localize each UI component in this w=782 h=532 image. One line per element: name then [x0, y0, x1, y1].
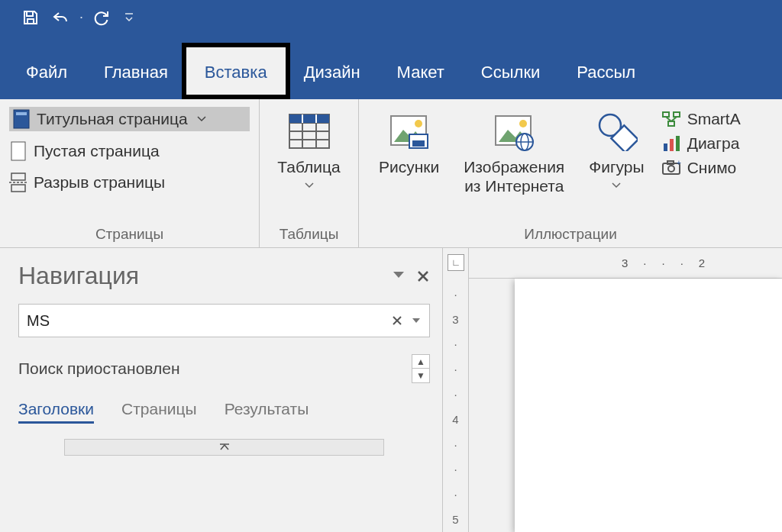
pictures-button[interactable]: Рисунки [368, 107, 450, 218]
smartart-icon [661, 110, 681, 128]
table-label: Таблица [277, 157, 340, 176]
svg-rect-37 [676, 136, 680, 151]
h-tick: · [643, 256, 646, 269]
document-area: ∟ · 3 · · · 4 · · · 5 3 · · · 2 [443, 248, 782, 532]
navtab-headings[interactable]: Заголовки [18, 400, 94, 424]
v-tick: 4 [452, 407, 458, 432]
content-area: Навигация Поиск приостановлен ▲ ▼ Заголо… [0, 248, 782, 532]
v-tick: · [454, 382, 457, 407]
save-button[interactable] [15, 4, 46, 31]
smartart-label: SmartA [687, 110, 741, 128]
v-tick: · [454, 432, 457, 457]
search-options-icon[interactable] [411, 317, 422, 324]
chevron-down-icon [197, 116, 206, 122]
v-tick: · [454, 356, 457, 382]
tab-file[interactable]: Файл [8, 47, 86, 99]
blank-page-button[interactable]: Пустая страница [9, 139, 250, 163]
svg-rect-31 [674, 112, 680, 117]
svg-rect-3 [16, 112, 27, 115]
group-label-illustrations: Иллюстрации [359, 223, 782, 247]
online-pictures-icon [493, 111, 535, 151]
smartart-button[interactable]: SmartA [661, 110, 741, 128]
shapes-label: Фигуры [589, 157, 644, 176]
v-tick: 3 [452, 307, 458, 332]
navigation-search[interactable] [18, 304, 430, 337]
table-icon [288, 113, 331, 150]
save-icon [21, 8, 40, 27]
ribbon-group-tables: Таблица Таблицы [260, 99, 359, 247]
h-tick: · [662, 256, 665, 269]
screenshot-button[interactable]: + Снимо [661, 159, 741, 177]
qat-separator: · [79, 9, 83, 25]
navigation-pane: Навигация Поиск приостановлен ▲ ▼ Заголо… [0, 248, 443, 532]
ribbon: Титульная страница Пустая страница Разры… [0, 99, 782, 248]
svg-rect-14 [289, 114, 329, 123]
vertical-ruler[interactable]: ∟ · 3 · · · 4 · · · 5 [443, 248, 469, 532]
svg-point-24 [519, 120, 527, 127]
navigation-title: Навигация [18, 262, 139, 290]
collapse-bar[interactable] [64, 439, 384, 456]
stepper-up-icon[interactable]: ▲ [412, 355, 429, 369]
ribbon-tabstrip: Файл Главная Вставка Дизайн Макет Ссылки… [0, 34, 782, 99]
qat-customize-button[interactable] [121, 12, 137, 23]
online-pictures-label-1: Изображения [464, 157, 564, 176]
tab-layout[interactable]: Макет [379, 47, 463, 99]
tab-mailings[interactable]: Рассыл [558, 47, 654, 99]
pane-options-icon[interactable] [392, 269, 406, 280]
refresh-icon [92, 8, 111, 27]
redo-button[interactable] [86, 4, 117, 31]
svg-rect-35 [664, 143, 667, 151]
collapse-icon [219, 443, 230, 451]
page-break-label: Разрыв страницы [34, 173, 165, 192]
v-tick: · [454, 457, 457, 482]
page-break-button[interactable]: Разрыв страницы [9, 171, 250, 194]
undo-icon [51, 8, 71, 27]
chart-button[interactable]: Диагра [661, 134, 741, 153]
svg-point-39 [668, 166, 674, 172]
v-tick: · [454, 482, 457, 507]
table-button[interactable]: Таблица [267, 107, 351, 218]
tab-home[interactable]: Главная [86, 47, 186, 99]
svg-rect-6 [11, 185, 25, 192]
cover-page-button[interactable]: Титульная страница [9, 107, 250, 131]
svg-rect-0 [27, 19, 34, 24]
stepper-down-icon[interactable]: ▼ [412, 369, 429, 382]
ruler-corner-icon[interactable]: ∟ [448, 254, 464, 271]
shapes-button[interactable]: Фигуры [578, 107, 654, 218]
pictures-label: Рисунки [379, 157, 439, 176]
h-tick: 3 [622, 256, 628, 269]
screenshot-label: Снимо [687, 159, 737, 177]
chart-icon [661, 134, 681, 153]
online-pictures-button[interactable]: Изображения из Интернета [453, 107, 575, 218]
close-icon[interactable] [416, 269, 430, 283]
svg-text:+: + [677, 159, 681, 167]
navtab-results[interactable]: Результаты [225, 400, 309, 424]
undo-button[interactable] [46, 4, 76, 31]
document-viewport[interactable]: 3 · · · 2 [469, 248, 782, 532]
horizontal-ruler[interactable]: 3 · · · 2 [469, 248, 782, 279]
customize-icon [124, 12, 134, 23]
v-tick: · [454, 282, 457, 307]
svg-rect-21 [412, 140, 425, 147]
tab-design[interactable]: Дизайн [286, 47, 379, 99]
svg-rect-32 [668, 121, 674, 126]
svg-point-19 [415, 120, 422, 127]
navtab-pages[interactable]: Страницы [121, 400, 197, 424]
ribbon-group-illustrations: Рисунки Изображения из Интернета [359, 99, 782, 247]
tab-insert[interactable]: Вставка [186, 47, 286, 99]
tab-references[interactable]: Ссылки [463, 47, 558, 99]
quick-access-toolbar: · [0, 0, 782, 34]
svg-rect-5 [11, 173, 25, 180]
document-page[interactable] [515, 279, 782, 532]
svg-rect-4 [11, 142, 25, 160]
navigation-tabs: Заголовки Страницы Результаты [18, 400, 430, 424]
search-input[interactable] [27, 312, 391, 330]
v-tick: 5 [452, 507, 458, 532]
clear-search-icon[interactable] [391, 314, 403, 327]
blank-page-label: Пустая страница [34, 142, 160, 160]
cover-page-icon [12, 108, 31, 130]
svg-rect-36 [670, 139, 674, 151]
result-stepper[interactable]: ▲ ▼ [412, 354, 430, 383]
screenshot-icon: + [661, 159, 681, 177]
chart-label: Диагра [687, 134, 740, 153]
